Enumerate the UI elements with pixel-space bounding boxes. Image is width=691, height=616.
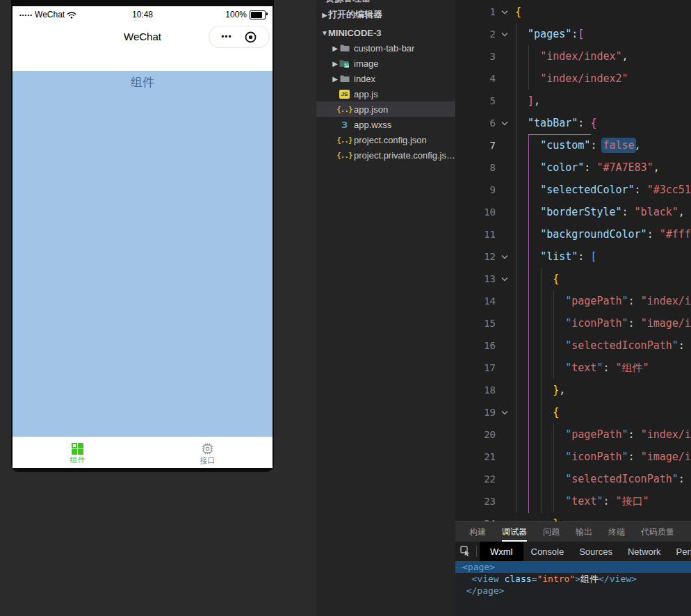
editor-line[interactable]: 4 "index/index2" — [455, 67, 691, 90]
line-number[interactable]: 10 — [455, 206, 496, 218]
editor-line[interactable]: 12 "list": [ — [455, 245, 691, 268]
file-row[interactable]: ▶custom-tab-bar — [316, 40, 455, 56]
line-number[interactable]: 8 — [455, 162, 496, 173]
editor-line[interactable]: 9 "selectedColor": "#3cc51f — [455, 179, 691, 201]
target-icon[interactable] — [244, 31, 257, 44]
editor-line[interactable]: 5 ], — [455, 90, 691, 112]
panel-tab[interactable]: 构建 — [469, 522, 486, 542]
panel-tab[interactable]: 问题 — [543, 522, 560, 542]
file-row[interactable]: {..}app.json — [316, 102, 455, 117]
editor-line[interactable]: 22 "selectedIconPath": " — [455, 468, 691, 490]
devtools-tab[interactable]: Console — [523, 542, 572, 561]
chevron-right-icon[interactable]: ▶ — [332, 75, 339, 83]
editor-line[interactable]: 8 "color": "#7A7E83", — [455, 156, 691, 179]
panel-tab[interactable]: 输出 — [576, 522, 592, 542]
devtools-tab[interactable]: Network — [620, 542, 669, 561]
panel-tab[interactable]: 调试器 — [502, 522, 527, 542]
code-content: { — [514, 406, 559, 419]
file-row[interactable]: ▶index — [316, 71, 455, 86]
chevron-right-icon[interactable]: ▶ — [332, 60, 339, 67]
inspected-page-body[interactable]: 组件 body. 375 × 555 — [13, 71, 273, 437]
code-token — [515, 250, 540, 263]
line-number[interactable]: 9 — [455, 184, 496, 195]
editor-line[interactable]: 13 { — [455, 268, 691, 290]
capsule-menu[interactable]: ••• — [209, 26, 270, 48]
code-content: { — [514, 273, 559, 285]
section-open-editors[interactable]: ▶ 打开的编辑器 — [316, 7, 455, 22]
mini-tab-active[interactable]: 组件 — [13, 437, 143, 468]
menu-dots-icon[interactable]: ••• — [221, 26, 232, 47]
editor-line[interactable]: 17 "text": "组件" — [455, 357, 691, 379]
editor-line[interactable]: 14 "pagePath": "index/in — [455, 290, 691, 312]
code-token: : — [628, 428, 641, 441]
section-project-root[interactable]: ▼ MINICODE-3 — [316, 25, 455, 40]
grid-icon — [72, 443, 83, 455]
editor-line[interactable]: 10 "borderStyle": "black", — [455, 201, 691, 223]
line-number[interactable]: 12 — [455, 251, 496, 262]
editor-line[interactable]: 7 "custom": false, — [455, 134, 691, 156]
editor-line[interactable]: 2 "pages":[ — [455, 23, 691, 45]
code-token — [515, 473, 565, 485]
line-number[interactable]: 3 — [455, 51, 496, 62]
fold-chevron-icon[interactable] — [496, 32, 514, 37]
fold-chevron-icon[interactable] — [496, 410, 514, 415]
line-number[interactable]: 6 — [455, 117, 496, 129]
chevron-down-icon[interactable]: ▼ — [321, 29, 328, 37]
editor-line[interactable]: 16 "selectedIconPath": " — [455, 334, 691, 357]
line-number[interactable]: 17 — [455, 362, 496, 373]
devtools-tab[interactable]: Wxml — [480, 542, 523, 561]
line-number[interactable]: 19 — [455, 407, 496, 418]
line-number[interactable]: 23 — [455, 496, 496, 507]
editor-line[interactable]: 20 "pagePath": "index/in — [455, 423, 691, 446]
editor-line[interactable]: 1{ — [455, 1, 691, 23]
line-number[interactable]: 16 — [455, 340, 496, 351]
panel-tab[interactable]: 终端 — [608, 522, 625, 542]
code-token — [515, 95, 528, 107]
editor-line[interactable]: 23 "text": "接口" — [455, 490, 691, 512]
mini-tab-inactive[interactable]: 接口 — [143, 437, 273, 468]
file-row[interactable]: {..}project.config.json — [316, 132, 455, 147]
file-row[interactable]: {..}project.private.config.js… — [316, 147, 455, 163]
editor-line[interactable]: 19 { — [455, 401, 691, 423]
line-number[interactable]: 21 — [455, 451, 496, 462]
line-number[interactable]: 18 — [455, 384, 496, 396]
code-token: "#7A7E83" — [596, 161, 653, 174]
line-number[interactable]: 13 — [455, 273, 496, 284]
line-number[interactable]: 14 — [455, 295, 496, 307]
code-token: , — [653, 161, 660, 174]
fold-chevron-icon[interactable] — [496, 10, 514, 15]
wxml-row[interactable]: <view class="intro">组件</view> — [455, 573, 691, 585]
file-row[interactable]: JSapp.js — [316, 86, 455, 102]
editor-line[interactable]: 18 }, — [455, 379, 691, 401]
fold-chevron-icon[interactable] — [496, 121, 514, 126]
wxml-tree: ···<page> <view class="intro">组件</view> … — [455, 561, 691, 616]
line-number[interactable]: 2 — [455, 29, 496, 40]
line-number[interactable]: 20 — [455, 429, 496, 440]
line-number[interactable]: 7 — [455, 140, 496, 151]
devtools-tab[interactable]: Performance — [669, 542, 691, 561]
editor-line[interactable]: 6 "tabBar": { — [455, 112, 691, 134]
editor-line[interactable]: 3 "index/index", — [455, 45, 691, 67]
editor-line[interactable]: 21 "iconPath": "image/ic — [455, 446, 691, 468]
wxml-row[interactable]: ···<page> — [455, 561, 691, 573]
file-row[interactable]: Зapp.wxss — [316, 117, 455, 132]
chevron-right-icon[interactable]: ▶ — [332, 44, 339, 52]
line-number[interactable]: 11 — [455, 229, 496, 240]
code-token — [515, 495, 565, 508]
fold-chevron-icon[interactable] — [496, 254, 514, 259]
editor-line[interactable]: 15 "iconPath": "image/ic — [455, 312, 691, 334]
line-number[interactable]: 22 — [455, 473, 496, 485]
devtools-tab[interactable]: Sources — [571, 542, 620, 561]
line-number[interactable]: 4 — [455, 73, 496, 84]
code-content: "tabBar": { — [514, 117, 596, 129]
fold-chevron-icon[interactable] — [496, 277, 514, 282]
editor-line[interactable]: 11 "backgroundColor": "#ffff — [455, 223, 691, 245]
line-number[interactable]: 15 — [455, 318, 496, 329]
chevron-right-icon[interactable]: ▶ — [321, 11, 328, 19]
inspect-element-icon[interactable] — [455, 542, 476, 561]
wxml-row[interactable]: </page> — [455, 585, 691, 597]
line-number[interactable]: 5 — [455, 95, 496, 106]
line-number[interactable]: 1 — [455, 6, 496, 17]
file-row[interactable]: ▶image — [316, 56, 455, 71]
panel-tab[interactable]: 代码质量 — [641, 522, 674, 542]
